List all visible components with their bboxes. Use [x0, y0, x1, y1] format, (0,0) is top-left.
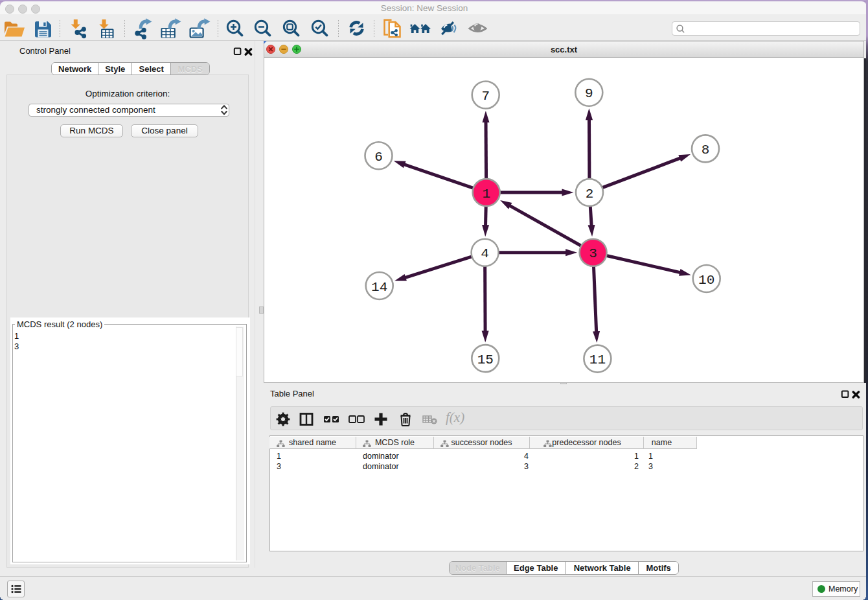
svg-text:8: 8	[702, 143, 710, 157]
svg-text:11: 11	[589, 352, 606, 367]
svg-text:6: 6	[374, 150, 383, 165]
svg-text:10: 10	[698, 273, 714, 288]
svg-text:9: 9	[585, 86, 593, 101]
svg-text:3: 3	[589, 246, 597, 261]
svg-text:15: 15	[477, 352, 494, 367]
svg-text:7: 7	[481, 89, 490, 104]
svg-text:2: 2	[586, 187, 594, 202]
svg-text:4: 4	[481, 246, 489, 261]
svg-text:1: 1	[482, 187, 490, 202]
svg-text:14: 14	[371, 280, 387, 295]
